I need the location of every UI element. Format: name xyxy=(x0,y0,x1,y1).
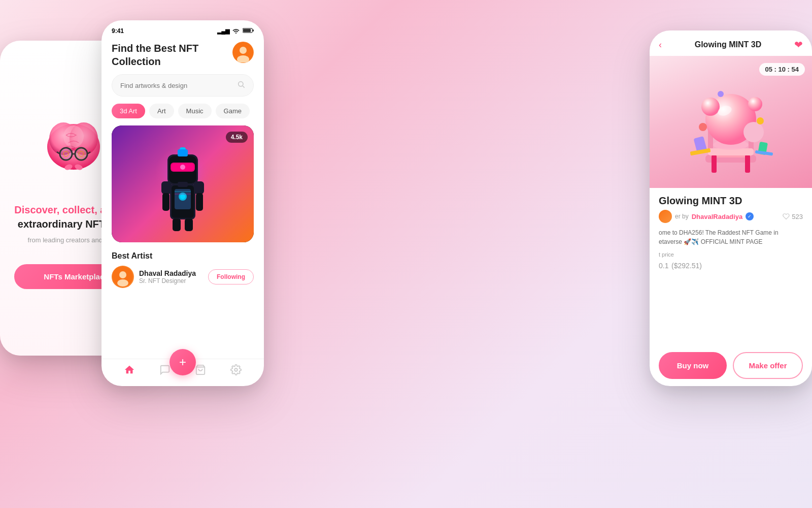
nav-home-icon[interactable] xyxy=(124,364,135,378)
tag-3dart[interactable]: 3d Art xyxy=(112,104,145,118)
nft-badge: 4.5k xyxy=(226,132,248,143)
artist-row-left: Dhaval Radadiya Sr. NFT Designer xyxy=(112,266,196,288)
artist-details: Dhaval Radadiya Sr. NFT Designer xyxy=(139,269,196,284)
creator-avatar xyxy=(659,210,672,223)
nft-card-image: 4.5k xyxy=(112,125,254,242)
search-bar[interactable] xyxy=(112,74,254,97)
buy-now-button[interactable]: Buy now xyxy=(659,352,727,379)
svg-point-10 xyxy=(76,148,87,160)
artist-row: Dhaval Radadiya Sr. NFT Designer Followi… xyxy=(112,266,254,288)
following-button[interactable]: Following xyxy=(208,269,254,284)
svg-point-49 xyxy=(234,368,238,371)
battery-icon xyxy=(243,27,254,35)
svg-rect-52 xyxy=(712,155,717,173)
svg-rect-16 xyxy=(252,29,254,31)
user-avatar[interactable] xyxy=(232,42,254,63)
artist-avatar-lg xyxy=(112,266,134,288)
timer-badge: 05 : 10 : 54 xyxy=(759,63,805,76)
svg-line-22 xyxy=(243,86,245,88)
svg-point-60 xyxy=(701,98,720,116)
svg-point-67 xyxy=(699,123,707,131)
creator-info: er by DhavalRadadiya ✓ xyxy=(659,210,754,223)
svg-point-68 xyxy=(757,117,764,124)
mid-phone: 9:41 ▂▄▆ Find the Best NFTCollection xyxy=(101,20,264,386)
tag-game[interactable]: Game xyxy=(216,104,250,118)
mid-header: Find the Best NFTCollection xyxy=(101,38,264,74)
svg-point-9 xyxy=(60,148,72,160)
price-label: t price xyxy=(659,251,803,258)
svg-point-62 xyxy=(743,122,764,142)
tags-row: 3d Art Art Music Game xyxy=(101,104,264,125)
creator-by-label: er by xyxy=(675,213,689,220)
svg-rect-41 xyxy=(173,218,181,231)
status-icons: ▂▄▆ xyxy=(217,27,254,35)
price-value: 0.1 ($292.51) xyxy=(659,259,803,271)
top-bar: ‹ Glowing MINT 3D ❤ xyxy=(650,30,812,56)
svg-point-47 xyxy=(117,279,128,287)
artist-role: Sr. NFT Designer xyxy=(139,277,196,284)
nft-description: ome to DHA256! The Raddest NFT Game in e… xyxy=(659,228,803,246)
svg-point-21 xyxy=(239,82,243,86)
fab-plus-button[interactable]: + xyxy=(170,349,196,375)
artist-fullname: Dhaval Radadiya xyxy=(139,269,196,277)
section-title: Best Artist xyxy=(112,251,254,261)
nav-bag-icon[interactable] xyxy=(195,364,206,378)
action-buttons: Buy now Make offer xyxy=(659,352,803,379)
nft-card[interactable]: 4.5k Stetious Robotic Art by Nalina Dave… xyxy=(112,125,254,242)
heart-icon[interactable]: ❤ xyxy=(794,39,803,51)
svg-rect-53 xyxy=(745,155,750,173)
time: 9:41 xyxy=(112,27,124,35)
tag-art[interactable]: Art xyxy=(149,104,174,118)
nft-detail-content: Glowing MINT 3D er by DhavalRadadiya ✓ 5… xyxy=(650,188,812,386)
make-offer-button[interactable]: Make offer xyxy=(733,352,803,379)
right-phone: ‹ Glowing MINT 3D ❤ xyxy=(650,30,812,386)
likes-count: 523 xyxy=(783,213,803,220)
svg-rect-32 xyxy=(196,193,203,211)
nft-detail-image: 05 : 10 : 54 xyxy=(650,56,812,188)
svg-point-28 xyxy=(180,194,185,199)
svg-point-19 xyxy=(240,47,247,54)
nft-detail-title: Glowing MINT 3D xyxy=(659,195,803,207)
price-usd: ($292.51) xyxy=(671,262,702,270)
search-input[interactable] xyxy=(120,82,233,89)
svg-rect-31 xyxy=(162,193,170,211)
verified-badge: ✓ xyxy=(746,212,754,220)
price-eth: 0.1 xyxy=(659,262,668,270)
svg-point-37 xyxy=(180,165,185,170)
bottom-nav: + xyxy=(101,359,264,386)
wifi-icon xyxy=(232,27,240,35)
svg-rect-17 xyxy=(243,29,251,32)
likes-number: 523 xyxy=(792,213,803,220)
status-bar: 9:41 ▂▄▆ xyxy=(101,20,264,38)
svg-rect-42 xyxy=(185,218,193,231)
best-artist-section: Best Artist Dhaval Radadiya Sr. NFT Desi… xyxy=(101,249,264,288)
svg-point-61 xyxy=(748,97,762,111)
signal-icon: ▂▄▆ xyxy=(217,28,229,35)
back-arrow-icon[interactable]: ‹ xyxy=(659,40,662,50)
header-title: Find the Best NFTCollection xyxy=(112,42,198,68)
svg-rect-40 xyxy=(178,182,188,187)
svg-point-69 xyxy=(718,91,724,97)
svg-point-46 xyxy=(119,271,126,278)
nav-chat-icon[interactable] xyxy=(159,364,171,378)
svg-rect-39 xyxy=(178,149,188,156)
creator-row: er by DhavalRadadiya ✓ 523 xyxy=(659,210,803,223)
tag-music[interactable]: Music xyxy=(178,104,212,118)
search-icon xyxy=(237,80,245,90)
page-title: Glowing MINT 3D xyxy=(695,40,762,49)
creator-name: DhavalRadadiya xyxy=(692,213,742,220)
nav-settings-icon[interactable] xyxy=(230,364,242,378)
